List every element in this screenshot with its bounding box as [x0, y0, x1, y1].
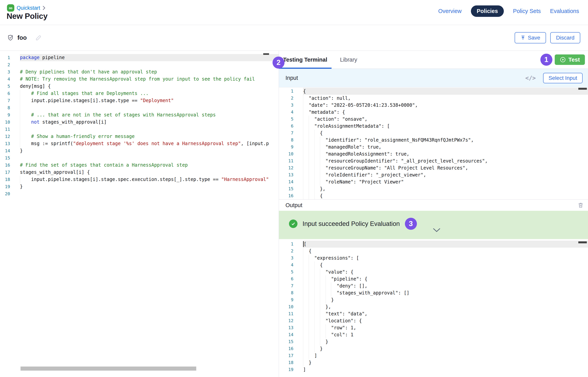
code-line-10: 10}, — [279, 303, 588, 310]
indent-guide — [303, 109, 309, 116]
project-logo[interactable]: ∞ — [7, 4, 14, 12]
line-number: 2 — [0, 61, 10, 68]
code-line-17: 17stages_with_approval[i] { — [0, 169, 279, 176]
indent-guide — [303, 178, 309, 185]
line-number: 9 — [279, 143, 294, 151]
code-line-12: 12"resourceGroupName": "All Project Leve… — [279, 165, 588, 171]
breadcrumb-link[interactable]: Quickstart — [17, 5, 40, 11]
indent-guide — [309, 331, 314, 338]
tab-testing-terminal[interactable]: Testing Terminal — [279, 51, 332, 69]
indent-guide — [320, 157, 326, 165]
indent-guide — [314, 171, 320, 178]
code-line-8: 8 — [0, 104, 279, 111]
line-number: 19 — [0, 183, 10, 190]
indent-guide — [303, 317, 309, 324]
line-number: 4 — [279, 261, 294, 269]
code-line-8: 8"stages_with_approval": [] — [279, 289, 588, 296]
indent-guide — [303, 130, 309, 137]
line-number: 16 — [279, 192, 294, 199]
save-button[interactable]: Save — [515, 32, 546, 43]
nav-policy-sets[interactable]: Policy Sets — [513, 8, 541, 14]
indent-guide — [309, 338, 314, 345]
indent-guide — [314, 310, 320, 317]
output-editor-pane[interactable]: 1[2{3"expressions": [4{5"value": {6"pipe… — [279, 239, 588, 377]
policy-editor-pane[interactable]: 1package pipeline23# Deny pipelines that… — [0, 51, 279, 377]
indent-guide — [320, 324, 326, 331]
chevron-down-icon[interactable] — [433, 228, 441, 233]
code-line-15: 15}, — [279, 185, 588, 192]
code-line-13: 13"row": 1, — [279, 324, 588, 331]
line-number: 11 — [279, 310, 294, 317]
nav-policies[interactable]: Policies — [471, 5, 504, 17]
indent-guide — [320, 317, 326, 324]
code-line-14: 14} — [0, 147, 279, 154]
select-input-button[interactable]: Select Input — [543, 73, 583, 83]
line-number: 15 — [0, 154, 10, 162]
code-line-7: 7input.pipeline.stages[i].stage.type == … — [0, 97, 279, 104]
editor-overview-marker — [263, 53, 269, 55]
line-number: 3 — [0, 68, 10, 76]
input-editor[interactable]: 1{2"action": null,3"date": "2022-05-05T2… — [279, 88, 588, 199]
line-number: 16 — [279, 345, 294, 352]
indent-guide — [303, 95, 309, 102]
discard-button[interactable]: Discard — [550, 32, 580, 43]
indent-guide — [326, 275, 331, 283]
nav-evaluations[interactable]: Evaluations — [550, 8, 579, 14]
output-editor[interactable]: 1[2{3"expressions": [4{5"value": {6"pipe… — [279, 241, 588, 373]
code-line-9: 9"managedRole": true, — [279, 143, 588, 151]
indent-guide — [20, 140, 31, 147]
indent-guide — [314, 130, 320, 137]
indent-guide — [314, 317, 320, 324]
line-number: 6 — [279, 275, 294, 283]
indent-guide — [309, 157, 314, 165]
indent-guide — [303, 324, 309, 331]
indent-guide — [314, 345, 320, 352]
code-view-icon[interactable]: </> — [525, 75, 536, 81]
banner-row: Input succeeded Policy Evaluation 3 — [279, 211, 588, 230]
indent-guide — [309, 255, 314, 261]
edit-pencil-icon[interactable] — [35, 35, 42, 41]
indent-guide — [314, 151, 320, 157]
code-line-2: 2"action": null, — [279, 95, 588, 102]
line-number: 20 — [0, 190, 10, 197]
code-line-9: 9} — [279, 296, 588, 303]
line-number: 14 — [0, 147, 10, 154]
line-number: 6 — [279, 123, 294, 130]
indent-guide — [326, 296, 331, 303]
indent-guide — [314, 192, 320, 199]
indent-guide — [303, 275, 309, 283]
indent-guide — [314, 324, 320, 331]
indent-guide — [320, 151, 326, 157]
indent-guide — [303, 331, 309, 338]
infinity-icon: ∞ — [9, 5, 12, 11]
input-editor-pane[interactable]: 1{2"action": null,3"date": "2022-05-05T2… — [279, 87, 588, 199]
line-number: 2 — [279, 95, 294, 102]
indent-guide — [309, 289, 314, 296]
line-number: 1 — [279, 241, 294, 247]
nav-overview[interactable]: Overview — [438, 8, 462, 14]
code-line-4: 4{ — [279, 261, 588, 269]
code-line-14: 14"col": 1 — [279, 331, 588, 338]
walkthrough-badge-2: 2 — [272, 57, 284, 69]
line-number: 14 — [279, 178, 294, 185]
horizontal-scrollbar[interactable] — [21, 366, 196, 371]
indent-guide — [314, 303, 320, 310]
walkthrough-badge-3: 3 — [405, 218, 417, 230]
code-line-12: 12# Show a human-friendly error message — [0, 133, 279, 140]
line-number: 7 — [279, 283, 294, 289]
test-button[interactable]: Test — [555, 54, 585, 65]
code-line-4: 4# NOTE: Try removing the HarnessApprova… — [0, 76, 279, 83]
indent-guide — [320, 338, 326, 345]
line-number: 17 — [279, 352, 294, 359]
indent-guide — [309, 116, 314, 123]
indent-guide — [309, 324, 314, 331]
code-line-18: 18} — [279, 359, 588, 366]
code-line-5: 5deny[msg] { — [0, 83, 279, 90]
policy-editor[interactable]: 1package pipeline23# Deny pipelines that… — [0, 54, 279, 197]
tab-library[interactable]: Library — [336, 51, 362, 69]
line-number: 11 — [279, 157, 294, 165]
indent-guide — [303, 310, 309, 317]
policy-toolbar: foo Save Discard — [0, 25, 588, 51]
indent-guide — [320, 137, 326, 143]
clear-output-button[interactable] — [577, 202, 584, 209]
